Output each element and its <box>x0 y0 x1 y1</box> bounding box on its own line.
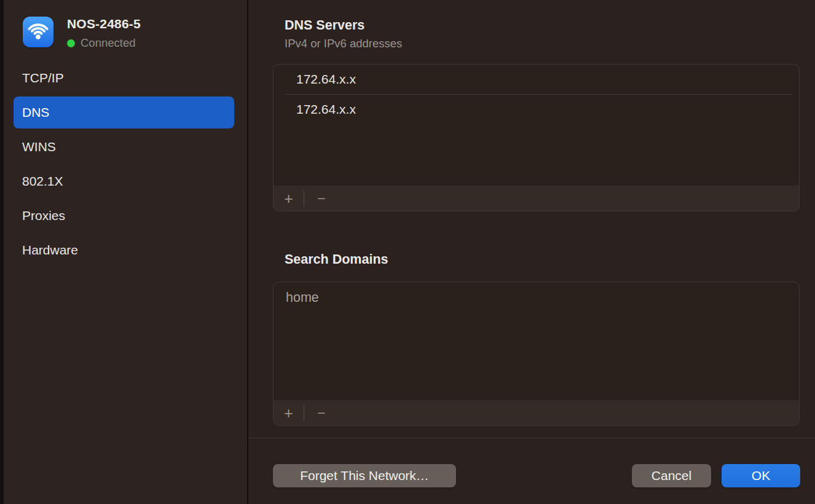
dns-pane: DNS Servers IPv4 or IPv6 addresses 172.6… <box>248 0 815 504</box>
sidebar: NOS-2486-5 Connected TCP/IP DNS WINS 802… <box>4 0 247 504</box>
dns-servers-subtitle: IPv4 or IPv6 addresses <box>285 37 402 50</box>
connection-status-label: Connected <box>81 36 135 50</box>
sidebar-item-8021x[interactable]: 802.1X <box>14 165 234 197</box>
search-domains-list: home + − <box>273 282 800 426</box>
dns-servers-title: DNS Servers <box>285 18 364 33</box>
remove-search-domain-button[interactable]: − <box>304 400 339 426</box>
remove-dns-server-button[interactable]: − <box>304 186 339 211</box>
sidebar-item-tcpip[interactable]: TCP/IP <box>14 62 234 94</box>
connected-dot-icon <box>67 39 75 47</box>
sidebar-item-hardware[interactable]: Hardware <box>14 234 234 266</box>
cancel-button[interactable]: Cancel <box>632 464 711 487</box>
network-name: NOS-2486-5 <box>67 17 141 31</box>
footer-divider <box>248 438 815 438</box>
forget-network-button[interactable]: Forget This Network… <box>273 464 456 487</box>
search-domains-toolbar: + − <box>274 400 799 425</box>
dns-server-row[interactable]: 172.64.x.x <box>274 95 799 124</box>
dns-servers-list: 172.64.x.x 172.64.x.x + − <box>273 64 800 211</box>
connection-status: Connected <box>67 36 135 50</box>
sidebar-item-wins[interactable]: WINS <box>14 131 234 163</box>
wifi-icon <box>23 17 53 47</box>
search-domain-row[interactable]: home <box>274 282 799 312</box>
ok-button[interactable]: OK <box>722 464 800 487</box>
sidebar-item-proxies[interactable]: Proxies <box>14 200 234 232</box>
add-search-domain-button[interactable]: + <box>274 400 304 426</box>
dns-servers-toolbar: + − <box>274 185 799 211</box>
dns-server-row[interactable]: 172.64.x.x <box>274 65 799 94</box>
sidebar-item-dns[interactable]: DNS <box>14 96 234 128</box>
add-dns-server-button[interactable]: + <box>274 186 304 211</box>
search-domains-title: Search Domains <box>285 252 388 267</box>
